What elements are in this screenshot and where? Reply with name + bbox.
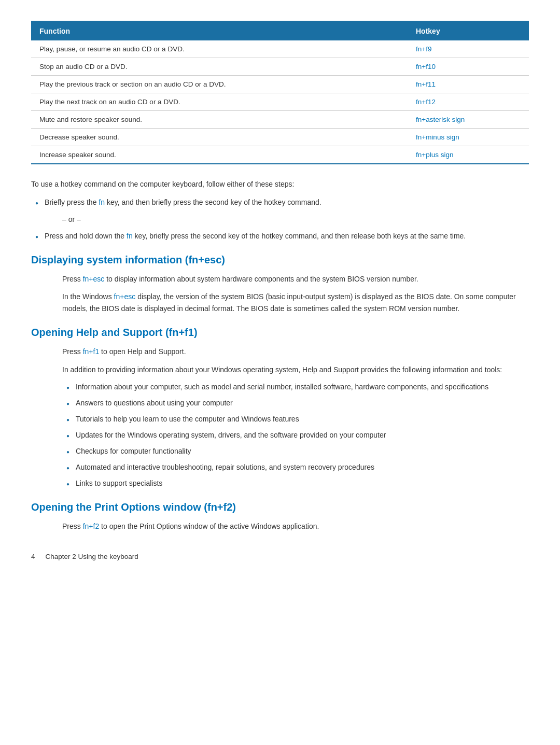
- list-item: Updates for the Windows operating system…: [62, 430, 529, 441]
- section1-para1-post: to display information about system hard…: [104, 275, 418, 283]
- section3-body: Press fn+f2 to open the Print Options wi…: [31, 521, 529, 532]
- intro-bullet-2-text: Press and hold down the fn key, briefly …: [45, 231, 466, 242]
- section2-bullet-list: Information about your computer, such as…: [62, 382, 529, 489]
- section2-para1: Press fn+f1 to open Help and Support.: [62, 346, 529, 357]
- table-cell-hotkey: fn+asterisk sign: [408, 111, 529, 129]
- table-row: Mute and restore speaker sound.fn+asteri…: [31, 111, 529, 129]
- page-number: 4: [31, 553, 35, 560]
- table-cell-function: Stop an audio CD or a DVD.: [31, 58, 408, 76]
- table-row: Play the previous track or section on an…: [31, 76, 529, 93]
- list-item: Automated and interactive troubleshootin…: [62, 462, 529, 473]
- table-cell-function: Mute and restore speaker sound.: [31, 111, 408, 129]
- intro-bullet-list-2: Press and hold down the fn key, briefly …: [31, 231, 529, 242]
- section3-para1: Press fn+f2 to open the Print Options wi…: [62, 521, 529, 532]
- table-cell-hotkey: fn+f10: [408, 58, 529, 76]
- table-cell-hotkey: fn+f9: [408, 40, 529, 58]
- table-cell-function: Play the previous track or section on an…: [31, 76, 408, 93]
- table-row: Increase speaker sound.fn+plus sign: [31, 146, 529, 164]
- section1-heading: Displaying system information (fn+esc): [31, 254, 529, 266]
- list-item-text: Checkups for computer functionality: [76, 446, 191, 457]
- intro-paragraph: To use a hotkey command on the computer …: [31, 179, 529, 190]
- table-header-hotkey: Hotkey: [408, 21, 529, 40]
- section1-body: Press fn+esc to display information abou…: [31, 273, 529, 314]
- fn-link-2[interactable]: fn: [127, 232, 133, 240]
- fnesc-link-2[interactable]: fn+esc: [114, 292, 136, 301]
- intro-bullet-2: Press and hold down the fn key, briefly …: [31, 231, 529, 242]
- table-cell-function: Play, pause, or resume an audio CD or a …: [31, 40, 408, 58]
- or-separator: – or –: [31, 215, 529, 223]
- list-item-text: Tutorials to help you learn to use the c…: [76, 414, 299, 425]
- table-header-function: Function: [31, 21, 408, 40]
- table-row: Play the next track on an audio CD or a …: [31, 93, 529, 111]
- section2-para1-pre: Press: [62, 347, 83, 356]
- section2-body: Press fn+f1 to open Help and Support. In…: [31, 346, 529, 489]
- chapter-label: Chapter 2 Using the keyboard: [46, 553, 138, 560]
- section1-para2: In the Windows fn+esc display, the versi…: [62, 291, 529, 314]
- list-item-text: Automated and interactive troubleshootin…: [76, 462, 374, 473]
- fnf1-link[interactable]: fn+f1: [83, 347, 100, 356]
- table-cell-function: Play the next track on an audio CD or a …: [31, 93, 408, 111]
- list-item: Checkups for computer functionality: [62, 446, 529, 457]
- section1-para1: Press fn+esc to display information abou…: [62, 273, 529, 285]
- section2-heading: Opening Help and Support (fn+f1): [31, 327, 529, 339]
- list-item-text: Information about your computer, such as…: [76, 382, 488, 392]
- table-cell-function: Increase speaker sound.: [31, 146, 408, 164]
- page-footer: 4 Chapter 2 Using the keyboard: [31, 553, 529, 560]
- section1-para2-pre: In the Windows: [62, 292, 114, 301]
- table-cell-hotkey: fn+f11: [408, 76, 529, 93]
- section2-para2: In addition to providing information abo…: [62, 364, 529, 375]
- table-cell-hotkey: fn+f12: [408, 93, 529, 111]
- list-item: Information about your computer, such as…: [62, 382, 529, 392]
- table-row: Decrease speaker sound.fn+minus sign: [31, 129, 529, 146]
- list-item: Answers to questions about using your co…: [62, 398, 529, 409]
- list-item: Links to support specialists: [62, 478, 529, 489]
- fn-link-1[interactable]: fn: [99, 198, 105, 206]
- section1-para1-pre: Press: [62, 275, 83, 283]
- fnf2-link[interactable]: fn+f2: [83, 522, 100, 530]
- list-item: Tutorials to help you learn to use the c…: [62, 414, 529, 425]
- section2-para1-post: to open Help and Support.: [99, 347, 186, 356]
- section3-para1-pre: Press: [62, 522, 83, 530]
- hotkey-table: Function Hotkey Play, pause, or resume a…: [31, 21, 529, 164]
- table-row: Play, pause, or resume an audio CD or a …: [31, 40, 529, 58]
- section3-para1-post: to open the Print Options window of the …: [99, 522, 319, 530]
- section3-heading: Opening the Print Options window (fn+f2): [31, 501, 529, 513]
- table-cell-hotkey: fn+plus sign: [408, 146, 529, 164]
- list-item-text: Answers to questions about using your co…: [76, 398, 233, 409]
- list-item-text: Updates for the Windows operating system…: [76, 430, 386, 441]
- table-cell-hotkey: fn+minus sign: [408, 129, 529, 146]
- table-row: Stop an audio CD or a DVD.fn+f10: [31, 58, 529, 76]
- intro-bullet-1-text: Briefly press the fn key, and then brief…: [45, 197, 321, 208]
- intro-bullet-list: Briefly press the fn key, and then brief…: [31, 197, 529, 208]
- intro-bullet-1: Briefly press the fn key, and then brief…: [31, 197, 529, 208]
- fnesc-link-1[interactable]: fn+esc: [83, 275, 105, 283]
- table-cell-function: Decrease speaker sound.: [31, 129, 408, 146]
- list-item-text: Links to support specialists: [76, 478, 162, 489]
